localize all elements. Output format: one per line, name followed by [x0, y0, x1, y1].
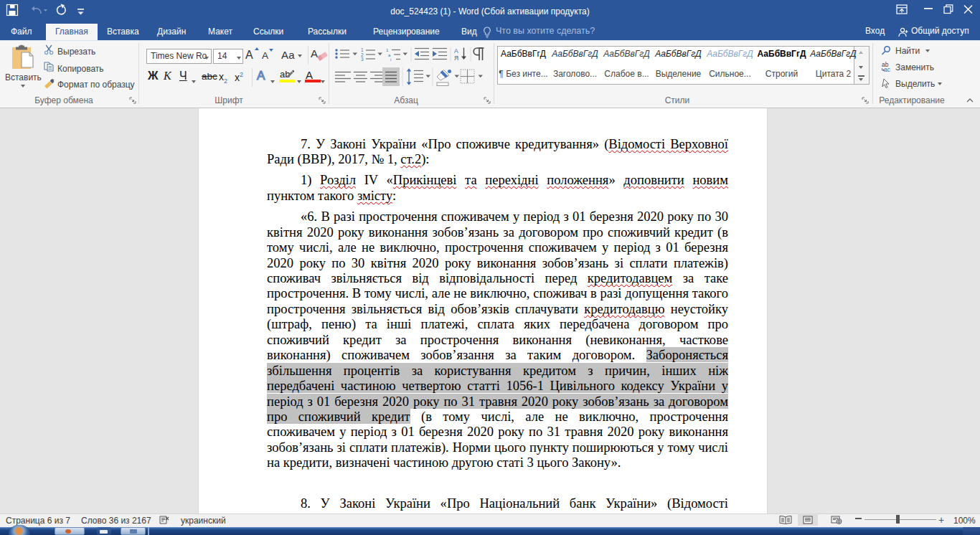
svg-text:3: 3: [361, 57, 364, 62]
svg-text:i: i: [390, 57, 391, 62]
svg-text:a: a: [388, 53, 391, 57]
svg-text:ac: ac: [884, 66, 891, 72]
svg-text:Я: Я: [454, 55, 458, 62]
svg-text:1: 1: [386, 48, 389, 52]
svg-text:А: А: [454, 47, 458, 55]
